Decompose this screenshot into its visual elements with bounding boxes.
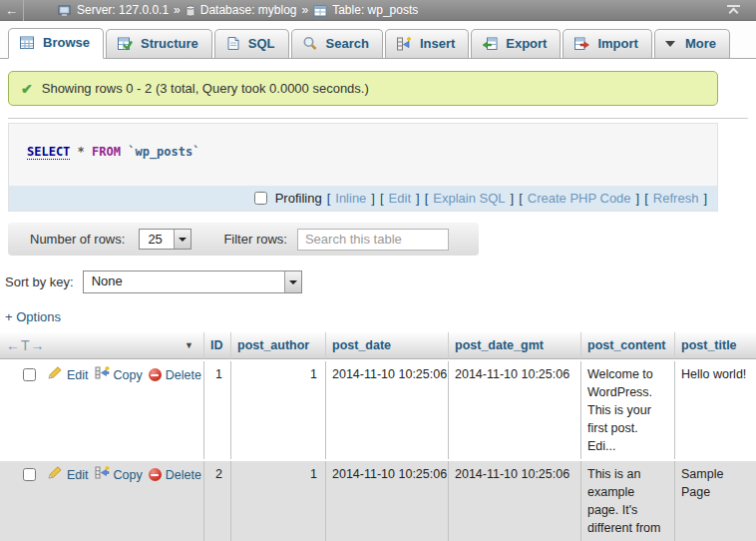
tab-insert-label: Insert [420, 36, 455, 51]
tab-structure[interactable]: Structure [106, 29, 212, 58]
search-icon [302, 36, 318, 51]
edit-row-link[interactable]: Edit [48, 466, 89, 484]
cell-post-author: 1 [231, 461, 326, 541]
delete-icon [149, 468, 162, 481]
column-header-id[interactable]: ID [204, 332, 231, 359]
table-header-row: ←T→ ▼ ID post_author post_date post_date… [0, 332, 756, 359]
select-arrow-icon [284, 271, 301, 292]
tab-more-label: More [685, 36, 716, 51]
table-row: Edit Copy Delete 2 1 2014-11-10 10:25:06… [0, 461, 756, 541]
server-icon [58, 5, 72, 17]
breadcrumb-table[interactable]: Table: wp_posts [332, 3, 418, 17]
sort-dropdown-icon[interactable]: ▼ [185, 340, 197, 350]
sql-table-name: `wp_posts` [128, 145, 199, 159]
results-table: ←T→ ▼ ID post_author post_date post_date… [0, 330, 756, 541]
row-checkbox[interactable] [23, 368, 36, 381]
column-header-post-date-gmt[interactable]: post_date_gmt [449, 332, 581, 359]
tab-more[interactable]: More [654, 29, 730, 58]
cell-id: 1 [204, 361, 231, 459]
collapse-toolbar-button[interactable] [727, 5, 740, 16]
export-icon [482, 36, 498, 51]
tab-insert[interactable]: Insert [385, 29, 469, 58]
chevron-down-icon [665, 41, 675, 47]
database-icon [186, 5, 195, 17]
cell-id: 2 [204, 461, 231, 541]
inline-link[interactable]: Inline [335, 191, 366, 206]
filter-rows-input[interactable] [297, 229, 449, 251]
cell-post-author: 1 [231, 361, 326, 459]
insert-icon [396, 36, 412, 51]
tab-structure-label: Structure [141, 36, 198, 51]
table-icon [313, 5, 327, 17]
rows-per-page-select[interactable]: 25 [139, 229, 191, 250]
cell-post-title: Sample Page [675, 461, 756, 541]
breadcrumb-server[interactable]: Server: 127.0.0.1 [77, 3, 169, 17]
column-header-post-author[interactable]: post_author [231, 332, 326, 359]
tab-search[interactable]: Search [291, 29, 383, 58]
delete-row-link[interactable]: Delete [149, 366, 201, 384]
delete-icon [149, 368, 162, 381]
results-controls-bar: Number of rows: 25 Filter rows: [8, 223, 479, 256]
row-actions-cell: Edit Copy Delete [0, 361, 204, 459]
cell-post-date: 2014-11-10 10:25:06 [326, 361, 449, 459]
tab-import[interactable]: Import [563, 29, 651, 58]
pencil-icon [48, 366, 63, 384]
success-check-icon: ✔ [21, 82, 33, 96]
cell-post-content: Welcome to WordPress. This is your first… [581, 361, 675, 459]
edit-row-link[interactable]: Edit [48, 366, 89, 384]
cell-post-content: This is an example page. It's different … [581, 461, 675, 541]
tab-browse-label: Browse [43, 35, 90, 50]
sort-by-key-select[interactable]: None [83, 270, 302, 293]
copy-row-icon [95, 365, 110, 384]
options-toggle-link[interactable]: + Options [5, 309, 61, 324]
delete-row-link[interactable]: Delete [149, 466, 201, 484]
breadcrumb-database[interactable]: Database: myblog [200, 3, 297, 17]
sql-query-box: SELECT * FROM `wp_posts` Profiling [ Inl… [8, 123, 718, 212]
refresh-link[interactable]: Refresh [653, 191, 699, 206]
status-message: ✔ Showing rows 0 - 2 (3 total, Query too… [8, 71, 718, 106]
sql-query-text: SELECT * FROM `wp_posts` [9, 124, 717, 186]
sql-keyword-from: FROM [92, 145, 121, 159]
edit-query-link[interactable]: Edit [389, 191, 411, 206]
column-header-post-content[interactable]: post_content [581, 332, 675, 359]
collapse-icon [727, 5, 740, 16]
back-button[interactable]: ← [0, 0, 24, 21]
tab-import-label: Import [597, 36, 637, 51]
table-row: Edit Copy Delete 1 1 2014-11-10 10:25:06… [0, 361, 756, 459]
cell-post-title: Hello world! [675, 361, 756, 459]
create-php-code-link[interactable]: Create PHP Code [528, 191, 631, 206]
copy-row-link[interactable]: Copy [95, 465, 143, 484]
breadcrumb-bar: ← Server: 127.0.0.1 » Database: myblog »… [0, 0, 756, 21]
breadcrumb-separator: » [302, 3, 309, 17]
structure-icon [117, 36, 133, 51]
profiling-checkbox[interactable] [254, 192, 267, 205]
breadcrumb-separator: » [174, 3, 181, 17]
sql-icon [225, 36, 240, 51]
sql-keyword-select[interactable]: SELECT [27, 145, 70, 160]
select-arrow-icon [174, 230, 190, 249]
tab-search-label: Search [326, 36, 369, 51]
pencil-icon [48, 466, 63, 484]
column-visibility-icon[interactable]: ←T→ [6, 337, 46, 353]
breadcrumb: Server: 127.0.0.1 » Database: myblog » T… [58, 3, 727, 17]
profiling-label: Profiling [275, 191, 322, 206]
sort-controls: Sort by key: None [5, 270, 756, 293]
explain-sql-link[interactable]: Explain SQL [433, 191, 505, 206]
column-header-post-date[interactable]: post_date [326, 332, 449, 359]
row-actions-cell: Edit Copy Delete [0, 461, 204, 541]
separator-line [8, 118, 748, 119]
sql-star: * [78, 145, 85, 159]
sort-by-key-label: Sort by key: [5, 274, 74, 289]
tab-sql[interactable]: SQL [214, 29, 289, 58]
sql-actions-bar: Profiling [ Inline ] [ Edit ] [ Explain … [9, 186, 717, 211]
filter-rows-label: Filter rows: [223, 232, 287, 247]
status-message-text: Showing rows 0 - 2 (3 total, Query took … [42, 81, 369, 96]
copy-row-link[interactable]: Copy [95, 365, 143, 384]
tab-browse[interactable]: Browse [8, 28, 104, 59]
browse-table-icon [19, 35, 35, 50]
number-of-rows-label: Number of rows: [30, 232, 125, 247]
cell-post-date-gmt: 2014-11-10 10:25:06 [449, 461, 581, 541]
tab-export[interactable]: Export [471, 29, 561, 58]
row-checkbox[interactable] [23, 468, 36, 481]
column-header-post-title[interactable]: post_title [675, 332, 756, 359]
